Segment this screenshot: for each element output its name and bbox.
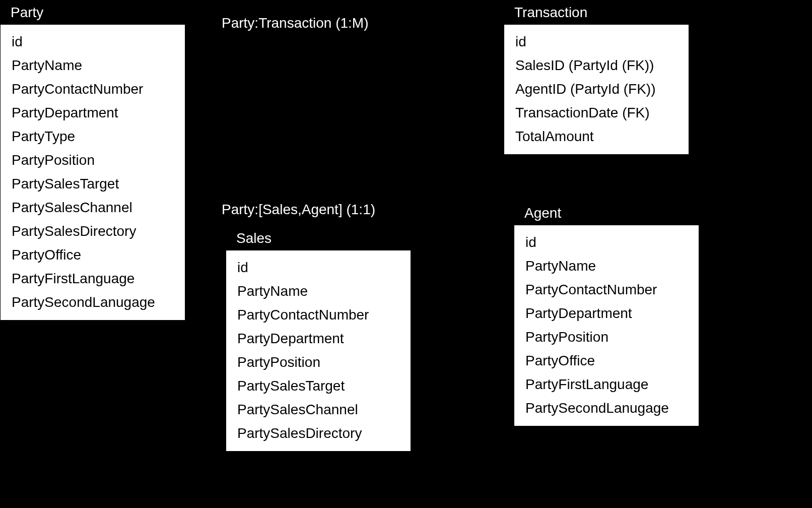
attribute: id	[12, 30, 174, 53]
attribute: TransactionDate (FK)	[515, 101, 678, 124]
attribute: PartyFirstLanguage	[12, 267, 174, 290]
attribute: PartyDepartment	[525, 301, 688, 325]
entity-transaction: Transaction id SalesID (PartyId (FK)) Ag…	[504, 0, 689, 155]
attribute: PartyDepartment	[237, 327, 399, 350]
attribute: PartyOffice	[12, 243, 174, 267]
attribute: PartySalesTarget	[12, 172, 174, 196]
attribute: SalesID (PartyId (FK))	[515, 53, 678, 77]
relationship-label-party-sales-agent: Party:[Sales,Agent] (1:1)	[222, 202, 375, 218]
relationship-label-party-transaction: Party:Transaction (1:M)	[222, 15, 368, 31]
entity-agent-attributes: id PartyName PartyContactNumber PartyDep…	[514, 225, 699, 426]
entity-agent-title: Agent	[514, 201, 699, 225]
entity-agent: Agent id PartyName PartyContactNumber Pa…	[514, 201, 699, 426]
entity-party-title: Party	[1, 1, 185, 25]
entity-party-attributes: id PartyName PartyContactNumber PartyDep…	[1, 25, 185, 320]
attribute: PartyContactNumber	[12, 77, 174, 101]
attribute: PartyPosition	[525, 325, 688, 349]
entity-transaction-attributes: id SalesID (PartyId (FK)) AgentID (Party…	[504, 25, 689, 154]
attribute: id	[525, 230, 688, 254]
entity-sales-title: Sales	[226, 226, 411, 250]
attribute: PartySecondLanugage	[525, 396, 688, 420]
entity-party: Party id PartyName PartyContactNumber Pa…	[0, 0, 185, 321]
entity-transaction-title: Transaction	[504, 1, 689, 25]
entity-sales: Sales id PartyName PartyContactNumber Pa…	[226, 226, 411, 452]
attribute: PartyName	[525, 254, 688, 278]
attribute: PartyOffice	[525, 349, 688, 372]
attribute: PartySalesChannel	[12, 196, 174, 219]
attribute: TotalAmount	[515, 124, 678, 148]
attribute: PartyName	[12, 53, 174, 77]
attribute: PartySecondLanugage	[12, 290, 174, 314]
attribute: PartyPosition	[12, 148, 174, 172]
attribute: AgentID (PartyId (FK))	[515, 77, 678, 101]
attribute: PartySalesTarget	[237, 374, 399, 398]
attribute: id	[237, 256, 399, 279]
attribute: PartySalesDirectory	[12, 219, 174, 243]
attribute: PartySalesDirectory	[237, 421, 399, 445]
attribute: PartyName	[237, 279, 399, 303]
attribute: PartyContactNumber	[237, 303, 399, 327]
attribute: PartyType	[12, 124, 174, 148]
attribute: PartySalesChannel	[237, 398, 399, 421]
attribute: PartyFirstLanguage	[525, 372, 688, 396]
attribute: PartyDepartment	[12, 101, 174, 124]
attribute: PartyPosition	[237, 350, 399, 374]
attribute: PartyContactNumber	[525, 278, 688, 301]
entity-sales-attributes: id PartyName PartyContactNumber PartyDep…	[226, 250, 411, 451]
attribute: id	[515, 30, 678, 53]
